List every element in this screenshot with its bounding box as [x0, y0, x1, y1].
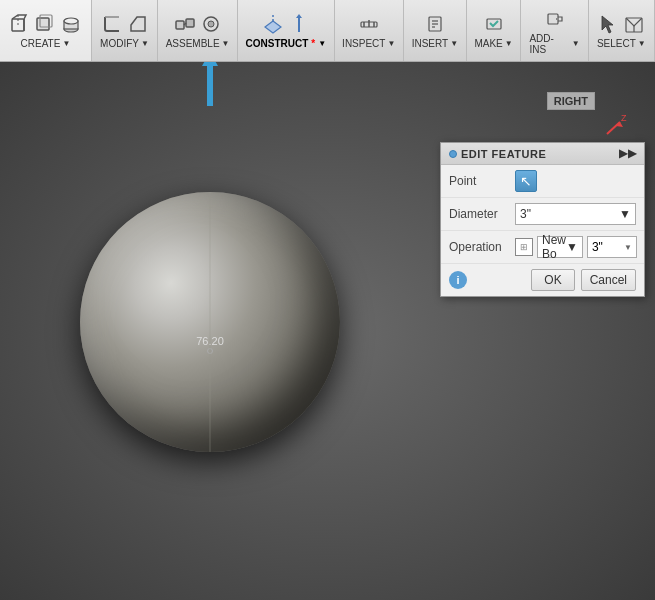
- extrude-icon: [59, 12, 83, 36]
- viewport[interactable]: 76.20 RIGHT Z EDIT FEATURE ▶▶ Point: [0, 62, 655, 600]
- arrow-shaft: [207, 66, 213, 106]
- arrow-up: [202, 62, 218, 106]
- select-icons: [596, 12, 646, 36]
- make-label: MAKE▼: [474, 38, 512, 49]
- svg-point-10: [208, 21, 214, 27]
- svg-rect-24: [556, 18, 559, 20]
- point-row: Point ↖: [441, 165, 644, 198]
- make-icon: [482, 12, 506, 36]
- diameter-arrow: ▼: [619, 207, 631, 221]
- operation-value: ⊞ New Bo ▼ 3" ▼: [515, 236, 637, 258]
- diameter-text: 3": [520, 207, 531, 221]
- modify-label: MODIFY▼: [100, 38, 149, 49]
- toolbar: CREATE▼ MODIFY▼: [0, 0, 655, 62]
- operation-select[interactable]: New Bo ▼: [537, 236, 583, 258]
- svg-line-27: [607, 122, 620, 134]
- insert-label: INSERT▼: [412, 38, 458, 49]
- footer-buttons: OK Cancel: [531, 269, 636, 291]
- panel-dot: [449, 150, 457, 158]
- plane-icon: [261, 12, 285, 36]
- cursor-icon: ↖: [520, 173, 532, 189]
- fillet-icon: [100, 12, 124, 36]
- sphere-container: 76.20: [50, 112, 370, 532]
- assemble-icons: [173, 12, 223, 36]
- operation-row: Operation ⊞ New Bo ▼ 3" ▼: [441, 231, 644, 264]
- sphere-dim-point: [207, 348, 213, 354]
- insert-icon: [423, 12, 447, 36]
- inspect-icons: [357, 12, 381, 36]
- operation-text: New Bo: [542, 233, 566, 261]
- edit-panel-header: EDIT FEATURE ▶▶: [441, 143, 644, 165]
- info-button[interactable]: i: [449, 271, 467, 289]
- measure-icon: [357, 12, 381, 36]
- new-body-icon: ⊞: [515, 238, 533, 256]
- dim-select[interactable]: 3" ▼: [587, 236, 637, 258]
- svg-point-5: [64, 18, 78, 24]
- toolbar-group-make[interactable]: MAKE▼: [467, 0, 522, 61]
- diameter-value: 3" ▼: [515, 203, 636, 225]
- toolbar-group-construct[interactable]: CONSTRUCT*▼: [238, 0, 334, 61]
- svg-rect-7: [186, 19, 194, 27]
- view-label: RIGHT: [547, 92, 595, 110]
- edit-feature-panel: EDIT FEATURE ▶▶ Point ↖ Diameter 3" ▼: [440, 142, 645, 297]
- inspect-label: INSPECT▼: [342, 38, 395, 49]
- dim-text: 3": [592, 240, 603, 254]
- toolbar-group-create[interactable]: CREATE▼: [0, 0, 92, 61]
- plugin-icon: [543, 7, 567, 31]
- shell-icon: [33, 12, 57, 36]
- select-icon: [596, 12, 620, 36]
- svg-rect-6: [176, 21, 184, 29]
- add-ins-icons: [543, 7, 567, 31]
- construct-label: CONSTRUCT*▼: [245, 38, 326, 49]
- panel-expand-icon[interactable]: ▶▶: [619, 147, 636, 160]
- panel-title: EDIT FEATURE: [461, 148, 546, 160]
- box-icon: [7, 12, 31, 36]
- toolbar-group-inspect[interactable]: INSPECT▼: [335, 0, 404, 61]
- make-icons: [482, 12, 506, 36]
- diameter-row: Diameter 3" ▼: [441, 198, 644, 231]
- svg-rect-1: [37, 18, 49, 30]
- add-ins-label: ADD-INS▼: [529, 33, 579, 55]
- diameter-label: Diameter: [449, 207, 509, 221]
- construct-icons: [261, 12, 311, 36]
- create-icons: [7, 12, 83, 36]
- filter-icon: [622, 12, 646, 36]
- sphere: 76.20: [80, 192, 340, 452]
- insert-icons: [423, 12, 447, 36]
- chamfer-icon: [126, 12, 150, 36]
- z-axis-label: Z: [621, 113, 627, 123]
- ok-button[interactable]: OK: [531, 269, 574, 291]
- component-icon: [199, 12, 223, 36]
- toolbar-group-insert[interactable]: INSERT▼: [404, 0, 467, 61]
- point-button[interactable]: ↖: [515, 170, 537, 192]
- point-label: Point: [449, 174, 509, 188]
- select-label: SELECT▼: [597, 38, 646, 49]
- svg-marker-13: [296, 14, 302, 18]
- toolbar-group-assemble[interactable]: ASSEMBLE▼: [158, 0, 238, 61]
- toolbar-group-add-ins[interactable]: ADD-INS▼: [521, 0, 588, 61]
- toolbar-group-select[interactable]: SELECT▼: [589, 0, 655, 61]
- point-value: ↖: [515, 170, 636, 192]
- modify-icons: [100, 12, 150, 36]
- dim-arrow: ▼: [624, 243, 632, 252]
- sphere-dimension: 76.20: [196, 335, 224, 347]
- diameter-select[interactable]: 3" ▼: [515, 203, 636, 225]
- toolbar-group-modify[interactable]: MODIFY▼: [92, 0, 158, 61]
- axis-icon: [287, 12, 311, 36]
- operation-label: Operation: [449, 240, 509, 254]
- create-label: CREATE▼: [21, 38, 71, 49]
- joint-icon: [173, 12, 197, 36]
- operation-arrow: ▼: [566, 240, 578, 254]
- panel-footer: i OK Cancel: [441, 264, 644, 296]
- assemble-label: ASSEMBLE▼: [166, 38, 230, 49]
- cancel-button[interactable]: Cancel: [581, 269, 636, 291]
- panel-header-left: EDIT FEATURE: [449, 148, 546, 160]
